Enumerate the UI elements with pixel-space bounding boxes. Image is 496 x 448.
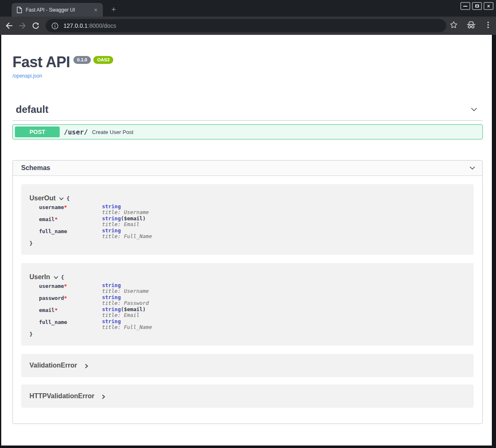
url-path: :8000/docs: [88, 22, 116, 29]
chevron-down-icon[interactable]: [468, 164, 477, 172]
property-name: username: [39, 283, 64, 289]
property-row: full_name string title: Full_Name: [39, 227, 152, 239]
model-name: UserIn: [29, 273, 50, 281]
url-bar[interactable]: 127.0.0.1:8000/docs: [46, 19, 446, 32]
property-name: email: [39, 307, 55, 313]
close-button[interactable]: ×: [484, 2, 494, 10]
schema-model-userout: UserOut { username* string title: Userna…: [21, 184, 474, 255]
property-type: string: [102, 294, 121, 300]
property-row: email* string($email) title: Email: [39, 215, 152, 227]
property-row: full_name string title: Full_Name: [39, 318, 152, 330]
property-type: string: [102, 318, 121, 324]
url-text: 127.0.0.1:8000/docs: [63, 22, 116, 29]
opblock-post-user[interactable]: POST /user/ Create User Post: [12, 124, 483, 139]
minimize-button[interactable]: [460, 2, 470, 10]
schema-model-userin: UserIn { username* string title: Usernam…: [21, 263, 474, 346]
required-star: *: [55, 307, 58, 313]
minimize-icon: [463, 6, 467, 7]
reload-button[interactable]: [32, 22, 40, 30]
page-viewport: Fast API 0.1.0 OAS3 /openapi.json defaul…: [1, 35, 492, 446]
incognito-icon: [466, 21, 476, 29]
chevron-right-icon[interactable]: [84, 363, 89, 369]
api-info: Fast API 0.1.0 OAS3 /openapi.json: [12, 35, 483, 79]
property-type: string: [102, 215, 121, 222]
schemas-header[interactable]: Schemas: [13, 161, 482, 176]
chevron-down-icon[interactable]: [53, 275, 59, 280]
tab-close-icon[interactable]: ×: [92, 6, 100, 14]
property-type: string: [102, 306, 121, 312]
property-name: username: [39, 204, 64, 210]
swagger-container: Fast API 0.1.0 OAS3 /openapi.json defaul…: [12, 35, 483, 424]
chevron-right-icon[interactable]: [101, 394, 106, 399]
model-properties: username* string title: Username passwor…: [39, 282, 152, 330]
model-toggle-row[interactable]: UserOut {: [29, 195, 465, 202]
property-title: title: Username: [102, 288, 152, 294]
operation-path: /user/: [64, 128, 88, 136]
property-name: full_name: [39, 319, 67, 325]
tab-title: Fast API - Swagger UI: [26, 7, 92, 13]
browser-menu-icon[interactable]: [484, 21, 492, 29]
page-favicon-icon: [17, 7, 22, 13]
property-row: email* string($email) title: Email: [39, 306, 152, 318]
close-icon: ×: [487, 4, 490, 9]
open-brace: {: [66, 195, 70, 202]
chevron-down-icon[interactable]: [58, 196, 64, 202]
openapi-spec-link[interactable]: /openapi.json: [12, 73, 42, 79]
required-star: *: [64, 204, 67, 210]
property-format: ($email): [121, 306, 146, 312]
tag-header[interactable]: default: [12, 104, 483, 121]
property-row: username* string title: Username: [39, 203, 152, 215]
schemas-body: UserOut { username* string title: Userna…: [13, 176, 482, 424]
oas-badge: OAS3: [93, 56, 113, 64]
api-title: Fast API: [12, 55, 70, 70]
site-info-icon[interactable]: [51, 22, 58, 29]
chevron-down-icon[interactable]: [469, 105, 479, 114]
browser-titlebar: Fast API - Swagger UI × + ×: [0, 0, 496, 17]
required-star: *: [55, 216, 58, 222]
property-row: password* string title: Password: [39, 294, 152, 306]
property-title: title: Email: [102, 312, 152, 318]
model-properties: username* string title: Username email* …: [39, 203, 152, 239]
property-name: full_name: [39, 228, 67, 234]
property-title: title: Email: [102, 222, 152, 227]
maximize-button[interactable]: [472, 2, 482, 10]
required-star: *: [64, 295, 67, 301]
toolbar-right-icons: [450, 21, 492, 29]
close-brace: }: [29, 331, 465, 337]
property-format: ($email): [121, 215, 146, 222]
open-brace: {: [61, 274, 64, 280]
property-type: string: [102, 282, 121, 288]
property-type: string: [102, 227, 121, 234]
required-star: *: [64, 283, 67, 289]
property-title: title: Full_Name: [102, 234, 152, 239]
schemas-title: Schemas: [21, 164, 50, 172]
close-brace: }: [29, 240, 465, 246]
window-controls: ×: [460, 2, 494, 10]
property-title: title: Username: [102, 209, 152, 215]
browser-tab[interactable]: Fast API - Swagger UI ×: [12, 3, 103, 17]
property-title: title: Full_Name: [102, 324, 152, 330]
model-name: ValidationError: [29, 362, 77, 369]
property-row: username* string title: Username: [39, 282, 152, 294]
model-toggle-row[interactable]: UserIn {: [29, 273, 465, 281]
maximize-icon: [475, 5, 479, 7]
property-type: string: [102, 203, 121, 209]
forward-button[interactable]: [18, 22, 27, 30]
url-host: 127.0.0.1: [63, 22, 88, 29]
schema-model-httpvalidationerror[interactable]: HTTPValidationError: [21, 385, 474, 408]
property-name: email: [39, 216, 55, 222]
property-title: title: Password: [102, 300, 152, 306]
new-tab-button[interactable]: +: [109, 5, 119, 15]
http-method-button[interactable]: POST: [15, 127, 60, 137]
schema-model-validationerror[interactable]: ValidationError: [21, 354, 474, 377]
schemas-section: Schemas UserOut {: [12, 160, 483, 424]
tag-name: default: [16, 104, 49, 115]
model-name: HTTPValidationError: [29, 392, 94, 400]
tag-section-default: default POST /user/ Create User Post: [12, 104, 483, 139]
version-badge: 0.1.0: [73, 56, 91, 64]
model-name: UserOut: [29, 195, 56, 202]
property-name: password: [39, 295, 64, 301]
operation-summary: Create User Post: [92, 129, 134, 135]
back-button[interactable]: [5, 22, 13, 30]
bookmark-star-icon[interactable]: [450, 21, 458, 29]
